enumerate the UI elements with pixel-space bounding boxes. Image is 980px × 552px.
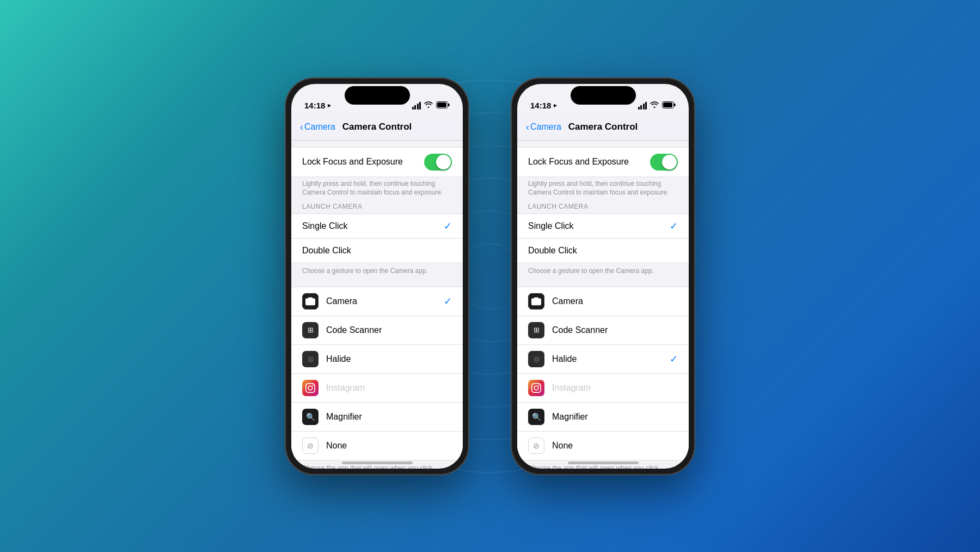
single-click-check-left: ✓ [444, 220, 452, 232]
magnifier-icon-right: 🔍 [528, 409, 544, 425]
app-halide-check-right: ✓ [670, 353, 678, 365]
lock-focus-label-right: Lock Focus and Exposure [528, 157, 650, 167]
launch-camera-group-left: Single Click ✓ Double Click [291, 214, 463, 263]
app-magnifier-row-left[interactable]: 🔍 Magnifier [291, 403, 463, 432]
double-click-row-right[interactable]: Double Click [517, 239, 689, 263]
app-halide-label-left: Halide [326, 354, 452, 364]
single-click-row-right[interactable]: Single Click ✓ [517, 214, 689, 239]
scanner-icon-left: ⊞ [302, 322, 318, 338]
nav-back-label-right[interactable]: Camera [530, 122, 561, 132]
svg-rect-12 [663, 102, 672, 107]
lock-focus-toggle-right[interactable] [650, 154, 678, 171]
location-icon-right: ▸ [554, 102, 557, 109]
svg-rect-9 [437, 102, 446, 107]
instagram-icon-left [302, 380, 318, 396]
phone-screen-left: 14:18 ▸ [291, 84, 463, 469]
lock-focus-group-left: Lock Focus and Exposure [291, 147, 463, 177]
app-instagram-label-right: Instagram [552, 383, 678, 393]
lock-focus-label-left: Lock Focus and Exposure [302, 157, 424, 167]
nav-bar-left: ‹ Camera Camera Control [291, 114, 463, 141]
app-magnifier-label-left: Magnifier [326, 412, 452, 422]
wifi-icon-right [650, 101, 659, 110]
single-click-check-right: ✓ [670, 220, 678, 232]
none-icon-right: ⊘ [528, 438, 544, 454]
home-indicator-right [568, 462, 639, 464]
dynamic-island-left [345, 86, 410, 105]
time-right: 14:18 [530, 101, 551, 110]
lock-focus-toggle-left[interactable] [424, 154, 452, 171]
app-camera-row-left[interactable]: Camera ✓ [291, 287, 463, 316]
double-click-row-left[interactable]: Double Click [291, 239, 463, 263]
app-instagram-row-right[interactable]: Instagram [517, 374, 689, 403]
launch-camera-section-right: LAUNCH CAMERA Single Click ✓ Double Clic… [517, 203, 689, 282]
app-magnifier-label-right: Magnifier [552, 412, 678, 422]
halide-icon-left: ◎ [302, 351, 318, 367]
lock-focus-group-right: Lock Focus and Exposure [517, 147, 689, 177]
magnifier-icon-left: 🔍 [302, 409, 318, 425]
nav-back-left[interactable]: ‹ Camera [300, 122, 335, 133]
toggle-thumb-right [662, 155, 677, 169]
battery-icon-right [662, 101, 676, 110]
none-icon-left: ⊘ [302, 438, 318, 454]
lock-focus-desc-left: Lightly press and hold, then continue to… [291, 177, 463, 203]
svg-rect-11 [674, 104, 676, 106]
home-indicator-left [342, 462, 413, 464]
app-scanner-row-right[interactable]: ⊞ Code Scanner [517, 316, 689, 345]
location-icon-left: ▸ [328, 102, 331, 109]
lock-focus-desc-right: Lightly press and hold, then continue to… [517, 177, 689, 203]
app-halide-row-right[interactable]: ◎ Halide ✓ [517, 345, 689, 374]
app-camera-check-left: ✓ [444, 295, 452, 307]
toggle-thumb-left [436, 155, 451, 169]
lock-focus-row-right[interactable]: Lock Focus and Exposure [517, 148, 689, 177]
double-click-label-left: Double Click [302, 246, 452, 256]
time-left: 14:18 [304, 101, 325, 110]
phone-screen-right: 14:18 ▸ [517, 84, 689, 469]
camera-icon-right [528, 293, 544, 310]
battery-icon-left [436, 101, 450, 110]
app-scanner-label-right: Code Scanner [552, 325, 678, 335]
single-click-label-right: Single Click [528, 221, 670, 231]
nav-title-left: Camera Control [342, 122, 412, 132]
content-left: Lock Focus and Exposure Lightly press an… [291, 141, 463, 469]
app-halide-label-right: Halide [552, 354, 670, 364]
signal-icon-left [412, 102, 421, 110]
lock-focus-row-left[interactable]: Lock Focus and Exposure [291, 148, 463, 177]
instagram-icon-right [528, 380, 544, 396]
launch-camera-desc-left: Choose a gesture to open the Camera app. [291, 263, 463, 282]
launch-camera-header-right: LAUNCH CAMERA [517, 203, 689, 214]
app-magnifier-row-right[interactable]: 🔍 Magnifier [517, 403, 689, 432]
halide-icon-right: ◎ [528, 351, 544, 367]
status-time-right: 14:18 ▸ [530, 101, 557, 110]
single-click-row-left[interactable]: Single Click ✓ [291, 214, 463, 239]
launch-camera-group-right: Single Click ✓ Double Click [517, 214, 689, 263]
status-icons-right [638, 101, 676, 110]
status-icons-left [412, 101, 450, 110]
launch-camera-section-left: LAUNCH CAMERA Single Click ✓ Double Clic… [291, 203, 463, 282]
app-camera-row-right[interactable]: Camera [517, 287, 689, 316]
app-none-row-right[interactable]: ⊘ None [517, 432, 689, 460]
app-scanner-row-left[interactable]: ⊞ Code Scanner [291, 316, 463, 345]
wifi-icon-left [424, 101, 433, 110]
app-camera-label-left: Camera [326, 296, 444, 306]
app-scanner-label-left: Code Scanner [326, 325, 452, 335]
apps-group-left: Camera ✓ ⊞ Code Scanner ◎ Halide [291, 287, 463, 460]
nav-back-label-left[interactable]: Camera [304, 122, 335, 132]
svg-rect-8 [448, 104, 450, 106]
content-right: Lock Focus and Exposure Lightly press an… [517, 141, 689, 469]
apps-group-right: Camera ⊞ Code Scanner ◎ Halide ✓ [517, 287, 689, 460]
launch-camera-header-left: LAUNCH CAMERA [291, 203, 463, 214]
nav-title-right: Camera Control [568, 122, 638, 132]
app-halide-row-left[interactable]: ◎ Halide [291, 345, 463, 374]
double-click-label-right: Double Click [528, 246, 678, 256]
scanner-icon-right: ⊞ [528, 322, 544, 338]
status-time-left: 14:18 ▸ [304, 101, 331, 110]
camera-icon-left [302, 293, 318, 310]
app-none-label-left: None [326, 441, 452, 451]
app-none-row-left[interactable]: ⊘ None [291, 432, 463, 460]
signal-icon-right [638, 102, 647, 110]
app-instagram-row-left[interactable]: Instagram [291, 374, 463, 403]
app-camera-label-right: Camera [552, 296, 678, 306]
nav-back-right[interactable]: ‹ Camera [526, 122, 561, 133]
app-instagram-label-left: Instagram [326, 383, 452, 393]
nav-bar-right: ‹ Camera Camera Control [517, 114, 689, 141]
